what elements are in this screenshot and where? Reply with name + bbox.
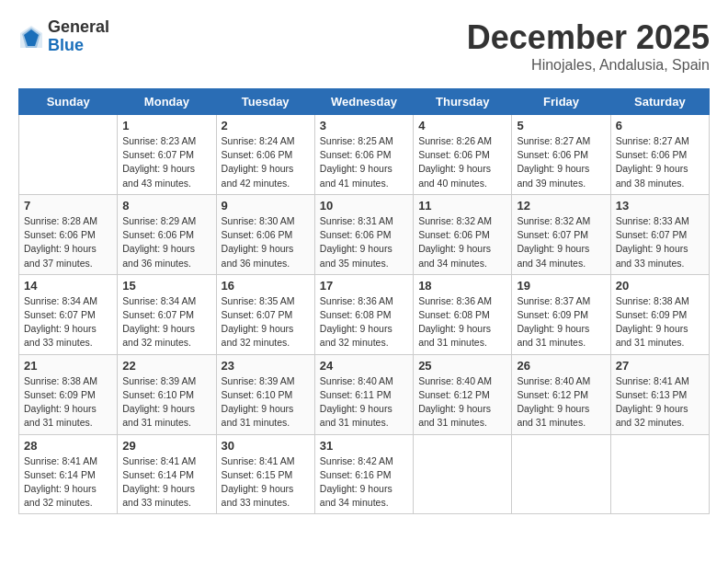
logo-blue: Blue [48,36,84,54]
calendar-cell-w5-d2: 29 Sunrise: 8:41 AMSunset: 6:14 PMDaylig… [118,434,216,514]
header-thursday: Thursday [414,89,512,115]
cell-info: Sunrise: 8:27 AMSunset: 6:06 PMDaylight:… [616,134,704,190]
cell-info: Sunrise: 8:38 AMSunset: 6:09 PMDaylight:… [616,294,704,350]
calendar-week-2: 7 Sunrise: 8:28 AMSunset: 6:06 PMDayligh… [19,194,710,274]
header-sunday: Sunday [19,89,118,115]
header-tuesday: Tuesday [216,89,314,115]
calendar-week-4: 21 Sunrise: 8:38 AMSunset: 6:09 PMDaylig… [19,354,710,434]
calendar-cell-w5-d6 [512,434,610,514]
calendar-cell-w1-d6: 5 Sunrise: 8:27 AMSunset: 6:06 PMDayligh… [512,115,610,195]
cell-info: Sunrise: 8:34 AMSunset: 6:07 PMDaylight:… [24,294,112,350]
calendar-cell-w5-d7 [610,434,709,514]
date-number: 7 [24,199,112,213]
calendar-cell-w5-d1: 28 Sunrise: 8:41 AMSunset: 6:14 PMDaylig… [19,434,118,514]
calendar-cell-w2-d5: 11 Sunrise: 8:32 AMSunset: 6:06 PMDaylig… [414,194,512,274]
calendar-cell-w1-d3: 2 Sunrise: 8:24 AMSunset: 6:06 PMDayligh… [216,115,314,195]
cell-info: Sunrise: 8:23 AMSunset: 6:07 PMDaylight:… [122,134,210,190]
date-number: 17 [320,279,408,293]
date-number: 12 [517,199,605,213]
date-number: 15 [122,279,210,293]
date-number: 2 [222,119,310,132]
cell-info: Sunrise: 8:39 AMSunset: 6:10 PMDaylight:… [122,374,210,431]
date-number: 19 [517,279,605,293]
cell-info: Sunrise: 8:31 AMSunset: 6:06 PMDaylight:… [320,214,408,270]
cell-info: Sunrise: 8:41 AMSunset: 6:13 PMDaylight:… [616,374,704,431]
cell-info: Sunrise: 8:26 AMSunset: 6:06 PMDaylight:… [418,134,506,190]
calendar-cell-w1-d1 [19,115,118,195]
calendar-cell-w3-d7: 20 Sunrise: 8:38 AMSunset: 6:09 PMDaylig… [610,274,709,354]
header-friday: Friday [512,89,610,115]
header-monday: Monday [118,89,216,115]
date-number: 26 [517,359,605,373]
calendar-cell-w4-d1: 21 Sunrise: 8:38 AMSunset: 6:09 PMDaylig… [19,354,118,434]
calendar-cell-w3-d3: 16 Sunrise: 8:35 AMSunset: 6:07 PMDaylig… [216,274,314,354]
cell-info: Sunrise: 8:40 AMSunset: 6:12 PMDaylight:… [418,374,506,431]
calendar-week-5: 28 Sunrise: 8:41 AMSunset: 6:14 PMDaylig… [19,434,710,514]
logo: General Blue [18,18,109,55]
logo-text: General Blue [48,18,109,55]
date-number: 13 [616,199,704,213]
cell-info: Sunrise: 8:29 AMSunset: 6:06 PMDaylight:… [122,214,210,270]
cell-info: Sunrise: 8:30 AMSunset: 6:06 PMDaylight:… [222,214,310,270]
date-number: 20 [616,279,704,293]
cell-info: Sunrise: 8:35 AMSunset: 6:07 PMDaylight:… [222,294,310,350]
date-number: 24 [320,359,408,373]
cell-info: Sunrise: 8:41 AMSunset: 6:14 PMDaylight:… [24,454,112,511]
month-title: December 2025 [467,18,710,57]
calendar-cell-w2-d3: 9 Sunrise: 8:30 AMSunset: 6:06 PMDayligh… [216,194,314,274]
logo-general: General [48,17,109,36]
date-number: 30 [222,439,310,453]
cell-info: Sunrise: 8:41 AMSunset: 6:15 PMDaylight:… [222,454,310,511]
header-wednesday: Wednesday [314,89,413,115]
calendar-cell-w1-d2: 1 Sunrise: 8:23 AMSunset: 6:07 PMDayligh… [118,115,216,195]
date-number: 6 [616,119,704,132]
calendar-cell-w5-d3: 30 Sunrise: 8:41 AMSunset: 6:15 PMDaylig… [216,434,314,514]
calendar-cell-w4-d6: 26 Sunrise: 8:40 AMSunset: 6:12 PMDaylig… [512,354,610,434]
calendar-cell-w4-d7: 27 Sunrise: 8:41 AMSunset: 6:13 PMDaylig… [610,354,709,434]
cell-info: Sunrise: 8:25 AMSunset: 6:06 PMDaylight:… [320,134,408,190]
calendar-cell-w1-d5: 4 Sunrise: 8:26 AMSunset: 6:06 PMDayligh… [414,115,512,195]
calendar-week-1: 1 Sunrise: 8:23 AMSunset: 6:07 PMDayligh… [19,115,710,195]
location-title: Hinojales, Andalusia, Spain [467,57,710,74]
date-number: 11 [418,199,506,213]
calendar-cell-w2-d7: 13 Sunrise: 8:33 AMSunset: 6:07 PMDaylig… [610,194,709,274]
cell-info: Sunrise: 8:28 AMSunset: 6:06 PMDaylight:… [24,214,112,270]
calendar-cell-w5-d5 [414,434,512,514]
date-number: 23 [222,359,310,373]
calendar-cell-w3-d1: 14 Sunrise: 8:34 AMSunset: 6:07 PMDaylig… [19,274,118,354]
date-number: 16 [222,279,310,293]
calendar-cell-w3-d5: 18 Sunrise: 8:36 AMSunset: 6:08 PMDaylig… [414,274,512,354]
cell-info: Sunrise: 8:36 AMSunset: 6:08 PMDaylight:… [418,294,506,350]
calendar-cell-w5-d4: 31 Sunrise: 8:42 AMSunset: 6:16 PMDaylig… [314,434,413,514]
logo-icon [18,24,44,50]
calendar-week-3: 14 Sunrise: 8:34 AMSunset: 6:07 PMDaylig… [19,274,710,354]
header-saturday: Saturday [610,89,709,115]
date-number: 10 [320,199,408,213]
calendar-cell-w1-d7: 6 Sunrise: 8:27 AMSunset: 6:06 PMDayligh… [610,115,709,195]
calendar-cell-w4-d5: 25 Sunrise: 8:40 AMSunset: 6:12 PMDaylig… [414,354,512,434]
cell-info: Sunrise: 8:38 AMSunset: 6:09 PMDaylight:… [24,374,112,431]
date-number: 18 [418,279,506,293]
cell-info: Sunrise: 8:32 AMSunset: 6:07 PMDaylight:… [517,214,605,270]
date-number: 8 [122,199,210,213]
calendar-header-row: Sunday Monday Tuesday Wednesday Thursday… [19,89,710,115]
cell-info: Sunrise: 8:27 AMSunset: 6:06 PMDaylight:… [517,134,605,190]
date-number: 29 [122,439,210,453]
cell-info: Sunrise: 8:36 AMSunset: 6:08 PMDaylight:… [320,294,408,350]
cell-info: Sunrise: 8:24 AMSunset: 6:06 PMDaylight:… [222,134,310,190]
cell-info: Sunrise: 8:42 AMSunset: 6:16 PMDaylight:… [320,454,408,511]
date-number: 21 [24,359,112,373]
date-number: 25 [418,359,506,373]
calendar-table: Sunday Monday Tuesday Wednesday Thursday… [18,88,710,514]
date-number: 28 [24,439,112,453]
cell-info: Sunrise: 8:32 AMSunset: 6:06 PMDaylight:… [418,214,506,270]
cell-info: Sunrise: 8:37 AMSunset: 6:09 PMDaylight:… [517,294,605,350]
date-number: 1 [122,119,210,132]
cell-info: Sunrise: 8:39 AMSunset: 6:10 PMDaylight:… [222,374,310,431]
date-number: 4 [418,119,506,132]
date-number: 22 [122,359,210,373]
cell-info: Sunrise: 8:41 AMSunset: 6:14 PMDaylight:… [122,454,210,511]
calendar-cell-w1-d4: 3 Sunrise: 8:25 AMSunset: 6:06 PMDayligh… [314,115,413,195]
date-number: 31 [320,439,408,453]
cell-info: Sunrise: 8:34 AMSunset: 6:07 PMDaylight:… [122,294,210,350]
